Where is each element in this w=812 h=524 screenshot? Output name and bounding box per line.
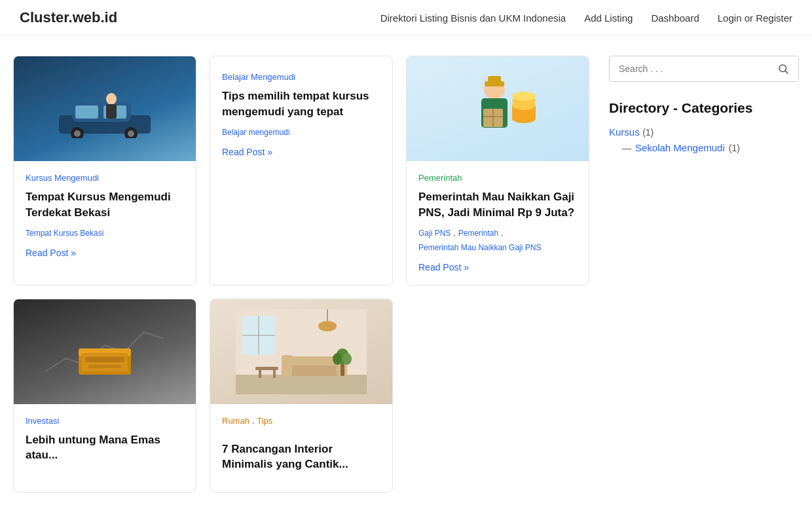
category-item-kursus: Kursus (1) — Sekolah Mengemudi (1) — [609, 126, 799, 153]
card-category-tags: Rumah , Tips — [222, 416, 380, 432]
delivery-illustration — [445, 69, 550, 148]
card-category-rumah[interactable]: Rumah — [222, 416, 249, 426]
category-sep: , — [252, 416, 254, 432]
main-content: Kursus Mengemudi Tempat Kursus Mengemudi… — [13, 56, 589, 493]
read-more-link[interactable]: Read Post » — [222, 147, 272, 157]
card-category[interactable]: Investasi — [26, 416, 184, 426]
interior-illustration — [236, 309, 367, 394]
search-button[interactable] — [768, 56, 798, 81]
card-tag-1[interactable]: Pemerintah — [458, 229, 498, 240]
card-tag[interactable]: Tempat Kursus Bekasi — [26, 229, 103, 238]
card-category-tips[interactable]: Tips — [257, 416, 272, 426]
header: Cluster.web.id Direktori Listing Bisnis … — [0, 0, 812, 36]
tag-sep-1: , — [501, 229, 503, 240]
card-tags: Gaji PNS , Pemerintah , Pemerintah Mau N… — [418, 229, 577, 252]
card-title: 7 Rancangan Interior Minimalis yang Cant… — [222, 441, 380, 473]
card-body: Investasi Lebih untung Mana Emas atau... — [14, 404, 196, 483]
dash-icon: — — [622, 143, 631, 153]
card-investasi: Investasi Lebih untung Mana Emas atau... — [13, 299, 196, 493]
card-interior: Rumah , Tips 7 Rancangan Interior Minima… — [210, 299, 393, 493]
card-body: Kursus Mengemudi Tempat Kursus Mengemudi… — [14, 161, 196, 271]
nav-add-listing[interactable]: Add Listing — [584, 12, 633, 24]
car-illustration — [52, 79, 157, 138]
svg-rect-25 — [85, 357, 124, 362]
sidebar-heading: Directory - Categories — [609, 100, 799, 116]
svg-point-8 — [106, 93, 117, 105]
card-belajar-mengemudi: Belajar Mengemudi Tips memilih tempat ku… — [210, 56, 393, 286]
card-tags: Belajar mengemudi — [222, 128, 380, 137]
svg-rect-9 — [106, 104, 117, 119]
svg-rect-39 — [259, 370, 261, 378]
svg-point-3 — [74, 130, 81, 137]
svg-point-16 — [512, 92, 536, 101]
main-nav: Direktori Listing Bisnis dan UKM Indones… — [380, 12, 792, 24]
card-pemerintah: Pemerintah Pemerintah Mau Naikkan Gaji P… — [406, 56, 589, 286]
svg-rect-26 — [88, 365, 121, 368]
category-sub: — Sekolah Mengemudi (1) — [622, 142, 799, 153]
nav-direktori[interactable]: Direktori Listing Bisnis dan UKM Indones… — [380, 12, 566, 24]
svg-point-5 — [128, 130, 134, 137]
card-image-delivery — [407, 56, 589, 161]
layout: Kursus Mengemudi Tempat Kursus Mengemudi… — [0, 36, 812, 512]
svg-rect-40 — [273, 370, 276, 378]
search-box — [609, 56, 799, 82]
read-more-link[interactable]: Read Post » — [418, 262, 469, 272]
tag-sep-0: , — [453, 229, 455, 240]
category-list: Kursus (1) — Sekolah Mengemudi (1) — [609, 126, 799, 153]
card-title: Lebih untung Mana Emas atau... — [26, 432, 184, 464]
card-body: Pemerintah Pemerintah Mau Naikkan Gaji P… — [407, 161, 589, 285]
read-more-link[interactable]: Read Post » — [26, 248, 76, 258]
search-input[interactable] — [610, 57, 768, 81]
category-link-sekolah[interactable]: Sekolah Mengemudi — [635, 142, 725, 153]
sidebar: Directory - Categories Kursus (1) — Seko… — [609, 56, 799, 493]
svg-rect-27 — [236, 375, 367, 394]
card-category[interactable]: Kursus Mengemudi — [26, 173, 184, 183]
svg-point-33 — [318, 321, 337, 331]
search-icon — [777, 63, 789, 75]
card-body: Rumah , Tips 7 Rancangan Interior Minima… — [210, 404, 392, 493]
card-tags: Tempat Kursus Bekasi — [26, 229, 184, 238]
card-title: Pemerintah Mau Naikkan Gaji PNS, Jadi Mi… — [418, 189, 577, 221]
card-title: Tempat Kursus Mengemudi Terdekat Bekasi — [26, 189, 184, 221]
svg-rect-6 — [75, 105, 98, 119]
card-image-interior — [210, 299, 392, 404]
category-count-kursus: (1) — [642, 127, 654, 138]
svg-rect-38 — [255, 367, 278, 370]
site-logo[interactable]: Cluster.web.id — [20, 9, 117, 26]
nav-login[interactable]: Login or Register — [718, 12, 792, 24]
gold-illustration — [39, 312, 170, 391]
card-image-gold — [14, 299, 196, 404]
card-tag-0[interactable]: Gaji PNS — [418, 229, 451, 240]
card-image-car — [14, 56, 196, 161]
svg-rect-36 — [282, 355, 292, 376]
card-title: Tips memilih tempat kursus mengemudi yan… — [222, 88, 380, 120]
card-tag-2[interactable]: Pemerintah Mau Naikkan Gaji PNS — [418, 243, 541, 252]
card-kursus-mengemudi: Kursus Mengemudi Tempat Kursus Mengemudi… — [13, 56, 196, 286]
category-count-sekolah: (1) — [729, 143, 740, 153]
svg-point-44 — [342, 353, 352, 365]
card-category[interactable]: Belajar Mengemudi — [222, 72, 380, 82]
card-sub-category[interactable]: Belajar mengemudi — [222, 128, 289, 137]
svg-rect-21 — [488, 76, 501, 83]
svg-line-46 — [785, 71, 788, 73]
card-category[interactable]: Pemerintah — [418, 173, 577, 183]
svg-point-45 — [779, 65, 786, 72]
svg-point-43 — [333, 353, 342, 365]
category-link-kursus[interactable]: Kursus — [609, 126, 640, 138]
nav-dashboard[interactable]: Dashboard — [651, 12, 699, 24]
card-body: Belajar Mengemudi Tips memilih tempat ku… — [210, 56, 392, 170]
